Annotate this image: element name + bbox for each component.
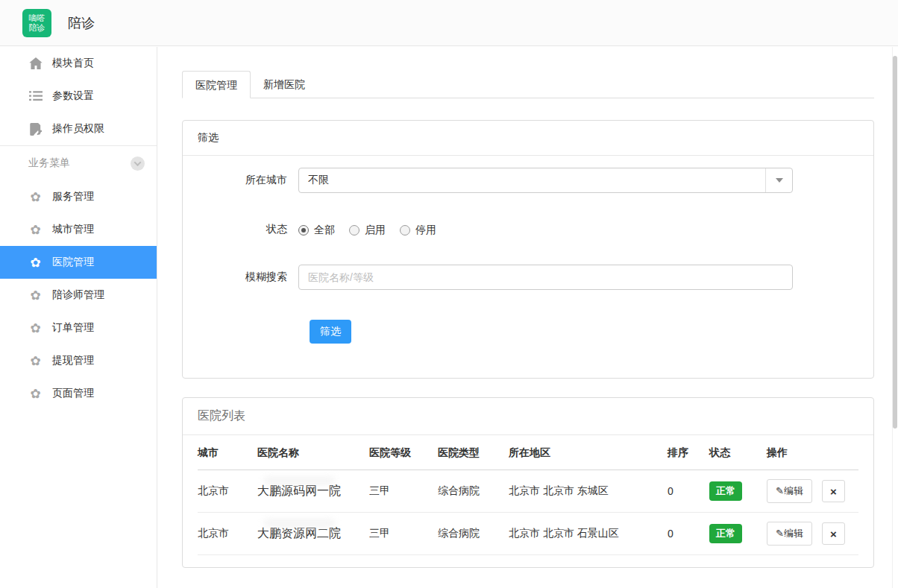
status-badge: 正常 <box>709 481 742 501</box>
hospital-list-title: 医院列表 <box>183 398 873 435</box>
main-content: 医院管理 新增医院 筛选 所在城市 不限 <box>158 47 898 588</box>
sidebar-item-service-management[interactable]: ✿ 服务管理 <box>0 180 157 213</box>
gear-icon: ✿ <box>28 388 43 400</box>
logo-line2: 陪诊 <box>22 23 51 33</box>
status-badge: 正常 <box>709 524 742 543</box>
sidebar-item-operator-permission[interactable]: 操作员权限 <box>0 113 157 145</box>
operator-permission-icon <box>28 123 43 136</box>
sidebar-item-label: 服务管理 <box>52 190 94 203</box>
cell-grade: 三甲 <box>363 513 432 555</box>
hospital-list-panel: 医院列表 城市 医院名称 医院等级 医院类型 所在地区 <box>182 397 874 568</box>
sidebar-item-parameter-settings[interactable]: 参数设置 <box>0 80 157 113</box>
pencil-icon: ✎ <box>776 485 784 496</box>
sidebar-item-label: 参数设置 <box>52 89 94 103</box>
gear-icon: ✿ <box>28 322 43 335</box>
sidebar-item-label: 陪诊师管理 <box>52 288 104 302</box>
gear-icon: ✿ <box>28 256 43 269</box>
top-bar: 嘀嗒 陪诊 陪诊 <box>0 0 898 46</box>
sidebar-item-label: 模块首页 <box>52 57 94 70</box>
app-window: 嘀嗒 陪诊 陪诊 模块首页 参数设置 <box>0 0 898 588</box>
radio-icon <box>400 225 410 235</box>
chevron-down-icon[interactable] <box>131 157 145 171</box>
sidebar-item-label: 操作员权限 <box>52 122 104 136</box>
edit-button[interactable]: ✎编辑 <box>767 522 812 546</box>
sidebar-item-label: 订单管理 <box>52 321 94 335</box>
radio-icon <box>298 225 309 235</box>
cell-grade: 三甲 <box>363 470 432 513</box>
city-label: 所在城市 <box>183 174 298 187</box>
sidebar-item-hospital-management[interactable]: ✿ 医院管理 <box>0 246 157 279</box>
cell-region: 北京市 北京市 东城区 <box>503 470 662 513</box>
status-radio-label: 全部 <box>314 224 335 237</box>
hospital-table: 城市 医院名称 医院等级 医院类型 所在地区 排序 状态 操作 北京市 <box>198 435 858 555</box>
gear-icon: ✿ <box>28 355 43 367</box>
cell-city: 北京市 <box>198 513 251 555</box>
city-select-value: 不限 <box>299 174 765 187</box>
status-radio-group: 全部 启用 停用 <box>298 222 793 237</box>
table-row: 北京市 大鹏资源网二院 三甲 综合病院 北京市 北京市 石景山区 0 正常 ✎编… <box>198 513 858 555</box>
status-radio-label: 停用 <box>415 224 436 237</box>
status-radio-all[interactable]: 全部 <box>298 224 335 237</box>
sidebar-item-label: 提现管理 <box>52 354 94 367</box>
tab-add-hospital[interactable]: 新增医院 <box>251 71 318 98</box>
home-icon <box>28 57 43 69</box>
col-city: 城市 <box>198 435 251 470</box>
search-input[interactable] <box>298 265 793 290</box>
gear-icon: ✿ <box>28 224 43 236</box>
cell-hospital-name: 大鹏源码网一院 <box>257 484 341 499</box>
city-select-caret-button[interactable] <box>765 168 792 192</box>
city-select[interactable]: 不限 <box>298 168 793 193</box>
scrollbar-thumb[interactable] <box>893 56 897 429</box>
filter-panel: 筛选 所在城市 不限 状态 <box>182 120 874 379</box>
col-status: 状态 <box>703 435 761 470</box>
status-radio-label: 启用 <box>365 224 386 237</box>
sidebar-item-escort-management[interactable]: ✿ 陪诊师管理 <box>0 279 157 312</box>
delete-button[interactable]: × <box>822 522 845 545</box>
sidebar-item-withdraw-management[interactable]: ✿ 提现管理 <box>0 344 157 377</box>
app-title: 陪诊 <box>68 14 95 32</box>
scrollbar-track[interactable] <box>892 47 898 588</box>
status-label: 状态 <box>183 223 298 236</box>
sidebar-item-order-management[interactable]: ✿ 订单管理 <box>0 312 157 344</box>
tab-hospital-management[interactable]: 医院管理 <box>182 71 251 98</box>
radio-icon <box>349 225 359 235</box>
col-sort: 排序 <box>662 435 703 470</box>
col-type: 医院类型 <box>432 435 503 470</box>
app-logo: 嘀嗒 陪诊 <box>22 9 51 37</box>
sidebar-item-page-management[interactable]: ✿ 页面管理 <box>0 377 157 410</box>
tab-bar: 医院管理 新增医院 <box>182 71 874 98</box>
filter-submit-button[interactable]: 筛选 <box>310 320 351 344</box>
cell-sort: 0 <box>662 470 703 513</box>
sidebar-section-business-menu[interactable]: 业务菜单 <box>0 145 157 180</box>
col-hospital-name: 医院名称 <box>251 435 363 470</box>
col-grade: 医院等级 <box>363 435 432 470</box>
sidebar-item-label: 城市管理 <box>52 223 94 236</box>
table-header-row: 城市 医院名称 医院等级 医院类型 所在地区 排序 状态 操作 <box>198 435 858 470</box>
col-actions: 操作 <box>761 435 858 470</box>
sidebar-item-label: 页面管理 <box>52 387 94 400</box>
logo-line1: 嘀嗒 <box>22 13 51 23</box>
filter-panel-title: 筛选 <box>183 121 873 156</box>
status-radio-disabled[interactable]: 停用 <box>400 224 436 237</box>
gear-icon: ✿ <box>28 191 43 203</box>
cell-type: 综合病院 <box>432 470 503 513</box>
cell-hospital-name: 大鹏资源网二院 <box>257 526 341 542</box>
edit-button[interactable]: ✎编辑 <box>767 479 812 503</box>
sidebar-item-label: 医院管理 <box>52 256 94 269</box>
col-region: 所在地区 <box>503 435 662 470</box>
sidebar-item-city-management[interactable]: ✿ 城市管理 <box>0 213 157 246</box>
cell-city: 北京市 <box>198 470 251 513</box>
cell-type: 综合病院 <box>432 513 503 555</box>
sidebar-item-module-home[interactable]: 模块首页 <box>0 47 157 80</box>
sidebar-section-label: 业务菜单 <box>28 157 70 170</box>
pencil-icon: ✎ <box>776 528 784 539</box>
settings-list-icon <box>28 91 43 101</box>
cell-region: 北京市 北京市 石景山区 <box>503 513 662 555</box>
cell-sort: 0 <box>662 513 703 555</box>
delete-button[interactable]: × <box>822 480 845 502</box>
search-label: 模糊搜索 <box>183 271 298 284</box>
status-radio-enabled[interactable]: 启用 <box>349 224 386 237</box>
gear-icon: ✿ <box>28 289 43 302</box>
table-row: 北京市 大鹏源码网一院 三甲 综合病院 北京市 北京市 东城区 0 正常 ✎编辑… <box>198 470 858 513</box>
caret-down-icon <box>776 178 783 183</box>
